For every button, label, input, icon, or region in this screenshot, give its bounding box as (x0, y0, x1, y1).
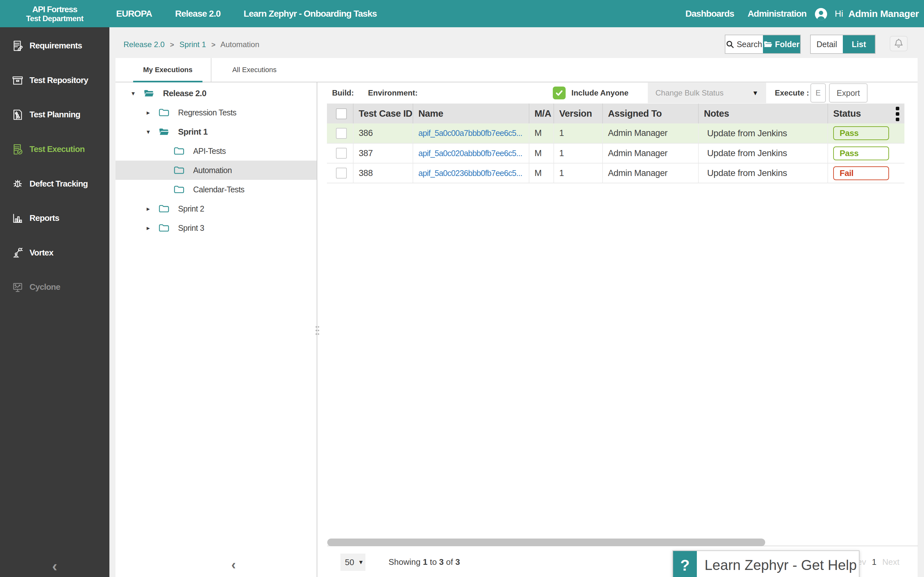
caret-down-icon[interactable]: ▾ (147, 129, 159, 135)
breadcrumb-release[interactable]: Release 2.0 (124, 40, 165, 49)
test-repository-icon (11, 74, 24, 86)
cell-ma: M (529, 163, 554, 183)
sidebar-item-label: Test Execution (29, 144, 85, 154)
next-page-button[interactable]: Next (882, 557, 899, 567)
tab-my-executions[interactable]: My Executions (125, 58, 211, 82)
panel-resize-handle[interactable] (315, 326, 320, 335)
folder-button[interactable]: Folder (763, 35, 800, 53)
tree-node-label: Sprint 2 (178, 204, 204, 213)
status-badge[interactable]: Pass (833, 126, 889, 140)
col-test-case-id[interactable]: Test Case ID (353, 103, 413, 123)
col-status[interactable]: Status (828, 103, 905, 123)
row-checkbox[interactable] (336, 168, 347, 179)
include-anyone-checkbox[interactable] (553, 87, 565, 99)
greeting-text: Hi (835, 9, 843, 19)
folder-closed-icon (174, 185, 184, 194)
status-badge[interactable]: Pass (833, 147, 889, 160)
tree-node-release-2-0[interactable]: ▾ Release 2.0 (115, 84, 317, 103)
sidebar-item-reports[interactable]: Reports (0, 201, 110, 235)
folder-closed-icon (159, 108, 169, 117)
tree-node-sprint-2[interactable]: ▸ Sprint 2 (115, 199, 317, 218)
sidebar-item-test-repository[interactable]: Test Repository (0, 63, 110, 98)
caret-down-icon[interactable]: ▾ (132, 90, 144, 97)
sidebar-item-defect-tracking[interactable]: Defect Tracking (0, 166, 110, 201)
search-button[interactable]: Search (725, 35, 763, 53)
sidebar-item-cyclone[interactable]: Cyclone (0, 270, 110, 305)
caret-right-icon[interactable]: ▸ (147, 225, 159, 231)
cell-notes[interactable]: Update from Jenkins (698, 143, 828, 163)
topnav-tasks[interactable]: Learn Zephyr - Onboarding Tasks (244, 9, 376, 19)
executions-table: Test Case ID Name M/A Version Assigned T… (327, 103, 905, 183)
topnav-release[interactable]: Release 2.0 (175, 9, 221, 19)
current-page-number[interactable]: 1 (872, 557, 876, 567)
tree-node-label: Calendar-Tests (193, 185, 244, 194)
topnav-project[interactable]: EUROPA (116, 9, 152, 19)
user-name[interactable]: Admin Manager (848, 8, 919, 19)
col-name[interactable]: Name (413, 103, 529, 123)
test-case-link[interactable]: apif_5a0c0236bbb0fb7ee6c5... (418, 169, 522, 177)
col-version[interactable]: Version (554, 103, 603, 123)
executions-card: My Executions All Executions ▾ (115, 58, 918, 577)
export-button[interactable]: Export (829, 83, 867, 103)
environment-label: Environment: (368, 82, 418, 103)
page-size-select[interactable]: 50 ▼ (341, 554, 365, 571)
sidebar-item-vortex[interactable]: Vortex (0, 235, 110, 270)
detail-view-button[interactable]: Detail (811, 35, 843, 53)
sidebar-item-requirements[interactable]: Requirements (0, 29, 110, 63)
user-avatar-icon[interactable] (815, 8, 827, 19)
topnav-administration[interactable]: Administration (748, 9, 806, 19)
notifications-button[interactable] (890, 36, 908, 51)
column-menu-icon[interactable] (896, 107, 899, 121)
tree-node-automation[interactable]: Automation (115, 161, 317, 180)
sidebar-item-test-execution[interactable]: Test Execution (0, 132, 110, 167)
col-assigned-to[interactable]: Assigned To (603, 103, 698, 123)
execute-input[interactable]: E (811, 83, 826, 103)
search-button-label: Search (737, 40, 762, 49)
cell-name: apif_5a0c00a7bbb0fb7ee6c5... (413, 123, 529, 143)
cell-ma: M (529, 123, 554, 143)
table-row[interactable]: 387 apif_5a0c020abbb0fb7ee6c5... M 1 Adm… (327, 143, 905, 163)
status-badge[interactable]: Fail (833, 166, 889, 180)
tree-collapse-chevron[interactable]: ‹ (228, 557, 239, 572)
list-button-label: List (852, 40, 866, 49)
caret-down-icon: ▼ (358, 559, 364, 566)
table-row[interactable]: 388 apif_5a0c0236bbb0fb7ee6c5... M 1 Adm… (327, 163, 905, 183)
tree-node-regression-tests[interactable]: ▸ Regression Tests (115, 103, 317, 122)
folder-closed-icon (174, 147, 184, 155)
cell-notes[interactable]: Update from Jenkins (698, 163, 828, 183)
cell-notes[interactable]: Update from Jenkins (698, 123, 828, 143)
sidebar-item-test-planning[interactable]: Test Planning (0, 97, 110, 132)
folder-tree: ▾ Release 2.0 ▸ (115, 82, 317, 577)
sidebar-item-label: Vortex (29, 248, 53, 258)
caret-right-icon[interactable]: ▸ (147, 205, 159, 212)
breadcrumb-sprint[interactable]: Sprint 1 (179, 40, 206, 49)
topnav-dashboards[interactable]: Dashboards (685, 9, 734, 19)
test-case-link[interactable]: apif_5a0c00a7bbb0fb7ee6c5... (418, 129, 522, 137)
col-notes[interactable]: Notes (698, 103, 828, 123)
brand-block[interactable]: API Fortress Test Department (0, 0, 110, 27)
test-case-link[interactable]: apif_5a0c020abbb0fb7ee6c5... (418, 149, 522, 158)
tab-all-executions[interactable]: All Executions (212, 58, 297, 82)
list-view-button[interactable]: List (843, 35, 875, 53)
cell-test-case-id: 388 (353, 163, 413, 183)
help-widget[interactable]: ? Learn Zephyr - Get Help (672, 550, 859, 577)
tree-node-sprint-1[interactable]: ▾ Sprint 1 (115, 122, 317, 141)
tree-node-calendar-tests[interactable]: Calendar-Tests (115, 180, 317, 199)
build-label: Build: (332, 82, 354, 103)
table-header-row: Test Case ID Name M/A Version Assigned T… (327, 103, 905, 123)
col-ma[interactable]: M/A (529, 103, 554, 123)
tree-node-sprint-3[interactable]: ▸ Sprint 3 (115, 218, 317, 237)
table-row[interactable]: 386 apif_5a0c00a7bbb0fb7ee6c5... M 1 Adm… (327, 123, 905, 143)
select-all-checkbox[interactable] (336, 108, 347, 119)
folder-closed-icon (174, 166, 184, 175)
tree-node-label: Sprint 1 (178, 127, 208, 137)
breadcrumb: Release 2.0 > Sprint 1 > Automation (124, 40, 259, 49)
tree-node-api-tests[interactable]: API-Tests (115, 141, 317, 161)
change-bulk-status-select[interactable]: Change Bulk Status ▼ (648, 83, 766, 103)
sidebar-collapse-chevron[interactable]: ‹ (0, 559, 110, 573)
row-checkbox[interactable] (336, 128, 347, 139)
breadcrumb-current: Automation (220, 40, 259, 49)
caret-right-icon[interactable]: ▸ (147, 109, 159, 116)
row-checkbox[interactable] (336, 148, 347, 159)
scrollbar-thumb[interactable] (327, 538, 765, 546)
